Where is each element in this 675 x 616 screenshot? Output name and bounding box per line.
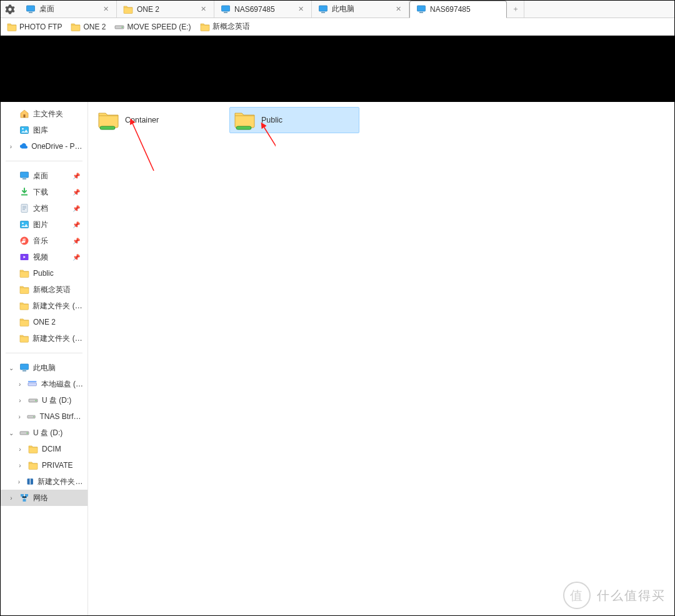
pin-icon: 📌	[72, 189, 84, 196]
close-icon[interactable]: ✕	[297, 5, 305, 13]
nav-label: TNAS Btrfs (G:	[39, 412, 84, 421]
home-icon	[19, 109, 29, 119]
tab-label: ONE 2	[137, 5, 196, 14]
music-icon	[19, 236, 29, 246]
nav-label: PRIVATE	[42, 461, 73, 470]
tab-label: 此电脑	[332, 4, 391, 14]
chevron-down-icon[interactable]: ⌄	[7, 430, 16, 437]
folder-label: Container	[125, 116, 159, 124]
nav-label: OneDrive - Perso	[31, 142, 84, 151]
zip-icon	[26, 477, 34, 487]
nav-drive-d2[interactable]: ⌄ U 盘 (D:)	[1, 425, 88, 441]
nav-thispc[interactable]: ⌄ 此电脑	[1, 360, 88, 376]
chevron-right-icon[interactable]: ›	[7, 143, 15, 150]
nav-documents[interactable]: 文档 📌	[1, 200, 88, 216]
monitor-icon	[19, 171, 29, 181]
nav-nce[interactable]: 新概念英语	[1, 281, 88, 298]
gallery-icon	[19, 220, 29, 230]
nav-label: 新建文件夹 (23)	[32, 333, 84, 344]
chevron-right-icon[interactable]: ›	[7, 495, 16, 502]
nav-newfolder23[interactable]: 新建文件夹 (23)	[1, 330, 88, 346]
new-tab-button[interactable]: ＋	[507, 1, 524, 18]
separator	[6, 161, 82, 161]
pin-icon: 📌	[72, 221, 84, 228]
nav-onedrive[interactable]: › OneDrive - Perso	[1, 138, 88, 154]
drive-icon	[27, 412, 36, 422]
nav-gallery[interactable]: 图库	[1, 122, 88, 138]
tab-label: NAS697485	[234, 5, 293, 14]
chevron-right-icon[interactable]: ›	[16, 381, 24, 388]
tab-desktop[interactable]: 桌面 ✕	[19, 1, 117, 18]
folder-icon	[123, 4, 133, 14]
ribbon-area	[1, 36, 674, 102]
folder-public[interactable]: Public	[229, 107, 359, 133]
nav-private[interactable]: › PRIVATE	[1, 457, 88, 473]
separator	[6, 353, 82, 353]
bookmark-photo-ftp[interactable]: PHOTO FTP	[7, 22, 62, 32]
chevron-right-icon[interactable]: ›	[16, 462, 24, 469]
monitor-icon	[318, 4, 328, 14]
folder-icon	[71, 22, 81, 32]
tab-thispc[interactable]: 此电脑 ✕	[312, 1, 409, 18]
nav-pictures[interactable]: 图片 📌	[1, 216, 88, 233]
tab-label: 桌面	[39, 4, 98, 14]
folder-view[interactable]: Container Public	[88, 102, 674, 615]
chevron-down-icon[interactable]: ⌄	[7, 365, 16, 371]
folder-icon	[19, 301, 29, 311]
nav-desktop[interactable]: 桌面 📌	[1, 168, 88, 184]
shared-folder-icon	[98, 109, 120, 131]
close-icon[interactable]: ✕	[394, 5, 402, 13]
nav-drive-d1[interactable]: › U 盘 (D:)	[1, 392, 88, 408]
nav-label: 本地磁盘 (C:)	[41, 379, 84, 390]
nav-music[interactable]: 音乐 📌	[1, 233, 88, 249]
bookmark-label: PHOTO FTP	[19, 23, 62, 31]
pin-icon: 📌	[72, 173, 84, 179]
nav-public[interactable]: Public	[1, 265, 88, 281]
bookmark-nce[interactable]: 新概念英语	[200, 21, 250, 32]
folder-icon	[28, 444, 38, 454]
drive-icon	[28, 395, 38, 405]
folder-icon	[200, 22, 210, 32]
bookmark-one2[interactable]: ONE 2	[71, 22, 106, 32]
folder-container[interactable]: Container	[93, 107, 223, 133]
chevron-right-icon[interactable]: ›	[16, 446, 24, 453]
nav-drive-g[interactable]: › TNAS Btrfs (G:	[1, 408, 88, 425]
nav-network[interactable]: › 网络	[1, 490, 88, 506]
bookmark-movespeed[interactable]: MOVE SPEED (E:)	[114, 22, 191, 32]
doc-icon	[19, 203, 29, 213]
tab-nas-1[interactable]: NAS697485 ✕	[214, 1, 312, 18]
folder-icon	[7, 22, 17, 32]
settings-wrench-icon[interactable]	[1, 1, 19, 18]
nav-label: ONE 2	[33, 318, 56, 326]
monitor-icon	[416, 4, 426, 14]
gallery-icon	[19, 125, 29, 135]
chevron-right-icon[interactable]: ›	[16, 397, 24, 404]
shared-folder-icon	[234, 109, 256, 131]
chevron-right-icon[interactable]: ›	[16, 413, 23, 420]
close-icon[interactable]: ✕	[199, 5, 208, 13]
nav-newfolder21[interactable]: 新建文件夹 (21)	[1, 298, 88, 314]
nav-downloads[interactable]: 下载 📌	[1, 184, 88, 200]
folder-icon	[19, 285, 29, 295]
nav-one2[interactable]: ONE 2	[1, 314, 88, 330]
nav-label: U 盘 (D:)	[42, 395, 71, 406]
nav-label: U 盘 (D:)	[33, 428, 62, 438]
nav-label: 文档	[33, 203, 48, 214]
nav-home-folder[interactable]: 主文件夹	[1, 106, 88, 122]
monitor-icon	[221, 4, 231, 14]
nav-label: 此电脑	[33, 363, 56, 373]
download-icon	[19, 187, 29, 197]
nav-videos[interactable]: 视频 📌	[1, 249, 88, 265]
drive-icon	[28, 379, 37, 389]
nav-label: 下载	[33, 187, 48, 198]
nav-drive-c[interactable]: › 本地磁盘 (C:)	[1, 376, 88, 392]
nav-dcim[interactable]: › DCIM	[1, 441, 88, 457]
tab-nas-active[interactable]: NAS697485 ✕	[409, 1, 507, 18]
nav-label: 新概念英语	[33, 285, 71, 295]
bookmark-label: 新概念英语	[212, 21, 250, 32]
nav-newfolder31[interactable]: › 新建文件夹 (31).z	[1, 473, 88, 490]
nav-label: 桌面	[33, 171, 48, 181]
chevron-right-icon[interactable]: ›	[16, 478, 22, 485]
tab-one2[interactable]: ONE 2 ✕	[117, 1, 214, 18]
close-icon[interactable]: ✕	[102, 5, 110, 13]
